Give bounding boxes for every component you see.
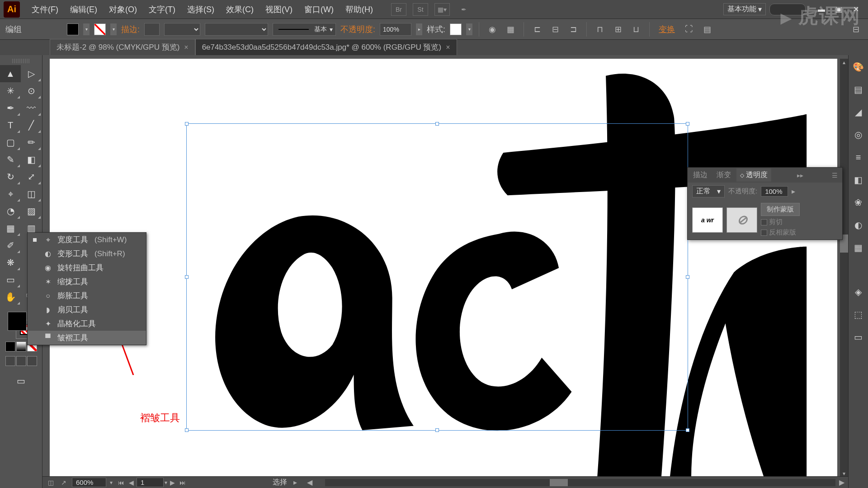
variable-width[interactable]: [205, 23, 268, 36]
scale-tool[interactable]: ⤢: [21, 168, 42, 185]
tab-transparency[interactable]: ◇ 透明度: [736, 169, 771, 182]
tp-mask-thumb[interactable]: ⊘: [726, 207, 757, 233]
vertical-scrollbar[interactable]: ▴ ▾: [840, 59, 848, 477]
panel-appearance-icon[interactable]: ◐: [851, 218, 866, 232]
stroke-profile[interactable]: [164, 23, 200, 36]
blend-mode-dropdown[interactable]: 正常▾: [692, 185, 725, 197]
style-dropdown[interactable]: ▾: [466, 23, 472, 35]
next-artboard-icon[interactable]: ▶: [168, 479, 177, 486]
pencil-tool[interactable]: ✎: [0, 151, 21, 168]
symbol-sprayer-tool[interactable]: ❋: [0, 254, 21, 271]
zoom-input[interactable]: [72, 478, 106, 487]
rotate-tool[interactable]: ↻: [0, 168, 21, 185]
doc-tab-1[interactable]: 未标题-2 @ 98% (CMYK/GPU 预览) ×: [50, 39, 195, 55]
draw-behind-icon[interactable]: [16, 356, 26, 366]
menu-view[interactable]: 视图(V): [260, 2, 298, 17]
canvas[interactable]: 褶皱工具: [50, 59, 837, 477]
type-tool[interactable]: T: [0, 117, 21, 134]
eyedropper-tool[interactable]: ✐: [0, 237, 21, 254]
transform-label[interactable]: 变换: [656, 24, 678, 35]
arrange-icon[interactable]: ▦▾: [434, 3, 450, 16]
rectangle-tool[interactable]: ▢: [0, 134, 21, 151]
workspace-switcher[interactable]: 基本功能 ▾: [723, 3, 766, 15]
tp-opacity-input[interactable]: [761, 186, 788, 197]
draw-inside-icon[interactable]: [27, 356, 37, 366]
perspective-tool[interactable]: ▨: [21, 202, 42, 220]
draw-normal-icon[interactable]: [5, 356, 15, 366]
align-panel-icon[interactable]: ▦: [504, 23, 517, 36]
color-mode-icon[interactable]: [5, 342, 15, 352]
menu-type[interactable]: 文字(T): [143, 2, 181, 17]
bridge-icon[interactable]: Br: [391, 3, 406, 16]
artboard-input[interactable]: [137, 478, 164, 487]
menu-file[interactable]: 文件(F): [26, 2, 64, 17]
tp-artwork-thumb[interactable]: a wr: [692, 207, 723, 233]
style-swatch[interactable]: [450, 23, 462, 35]
panel-color-icon[interactable]: 🎨: [851, 60, 866, 74]
paintbrush-tool[interactable]: ✏: [21, 134, 42, 151]
stroke-label[interactable]: 描边:: [121, 24, 140, 35]
status-gpu-icon[interactable]: ◫: [46, 479, 56, 486]
panel-artboards-icon[interactable]: ▭: [851, 330, 866, 344]
search-box[interactable]: [769, 4, 806, 15]
flyout-twirl-tool[interactable]: ◉旋转扭曲工具: [28, 261, 146, 275]
first-artboard-icon[interactable]: ⏮: [116, 479, 126, 486]
recolor-icon[interactable]: ◉: [486, 23, 499, 36]
tab-close-icon[interactable]: ×: [446, 43, 450, 52]
selection-tool[interactable]: ▲: [0, 65, 21, 82]
curvature-tool[interactable]: 〰: [21, 99, 42, 117]
align-bottom-icon[interactable]: ⊔: [629, 23, 643, 36]
tab-gradient[interactable]: 渐变: [713, 169, 735, 182]
panel-menu-icon[interactable]: ☰: [829, 172, 840, 179]
menu-object[interactable]: 对象(O): [104, 2, 142, 17]
menu-select[interactable]: 选择(S): [182, 2, 220, 17]
flyout-pucker-tool[interactable]: ✶缩拢工具: [28, 275, 146, 289]
mesh-tool[interactable]: ▦: [0, 220, 21, 237]
align-middle-icon[interactable]: ⊞: [611, 23, 625, 36]
hscroll-thumb[interactable]: [550, 479, 568, 486]
opacity-input[interactable]: [380, 23, 411, 36]
window-restore[interactable]: ▣: [830, 3, 847, 16]
panel-layers-icon[interactable]: ◈: [851, 285, 866, 299]
last-artboard-icon[interactable]: ⏭: [178, 479, 188, 486]
panel-graphic-styles-icon[interactable]: ▦: [851, 240, 866, 255]
brush-definition[interactable]: 基本▾: [273, 23, 336, 36]
opacity-flyout[interactable]: ▸: [416, 23, 422, 35]
panel-stroke-icon[interactable]: ≡: [851, 150, 866, 164]
window-minimize[interactable]: ▬: [813, 3, 830, 16]
window-close[interactable]: ✕: [847, 3, 864, 16]
panel-asset-export-icon[interactable]: ⬚: [851, 307, 866, 322]
tab-close-icon[interactable]: ×: [184, 43, 188, 52]
panel-swatches-icon[interactable]: ▤: [851, 82, 866, 97]
artboard-tool[interactable]: ▭: [0, 271, 21, 288]
status-share-icon[interactable]: ↗: [59, 479, 68, 486]
lasso-tool[interactable]: ⊙: [21, 82, 42, 99]
shape-builder-tool[interactable]: ◔: [0, 202, 21, 220]
tab-stroke[interactable]: 描边: [689, 169, 711, 182]
flyout-crystallize-tool[interactable]: ✦晶格化工具: [28, 317, 146, 331]
width-tool[interactable]: ⌖: [0, 185, 21, 202]
align-center-icon[interactable]: ⊟: [548, 23, 562, 36]
panel-symbols-icon[interactable]: ◎: [851, 127, 866, 142]
pen-tool[interactable]: ✒: [0, 99, 21, 117]
clip-checkbox[interactable]: 剪切: [761, 218, 800, 226]
invert-mask-checkbox[interactable]: 反相蒙版: [761, 228, 800, 237]
hand-tool[interactable]: ✋: [0, 288, 21, 305]
fill-dropdown[interactable]: ▾: [83, 23, 90, 35]
panel-toggle-icon[interactable]: ⊟: [849, 23, 863, 36]
crop-image-icon[interactable]: ▤: [700, 23, 714, 36]
stroke-weight-input[interactable]: [144, 23, 160, 36]
menu-help[interactable]: 帮助(H): [340, 2, 378, 17]
panel-transparency-icon[interactable]: ❀: [851, 195, 866, 210]
direct-selection-tool[interactable]: ▷: [21, 65, 42, 82]
scroll-up-icon[interactable]: ▴: [840, 59, 848, 66]
stroke-dropdown[interactable]: ▾: [110, 23, 117, 35]
free-transform-tool[interactable]: ◫: [21, 185, 42, 202]
horizontal-scrollbar[interactable]: [325, 479, 835, 486]
align-left-icon[interactable]: ⊏: [530, 23, 544, 36]
doc-tab-2[interactable]: 6e74b33e53d0aa5d5256b47d49dc53a.jpg* @ 6…: [195, 39, 457, 55]
menu-edit[interactable]: 编辑(E): [65, 2, 103, 17]
stock-icon[interactable]: St: [413, 3, 428, 16]
fill-swatch[interactable]: [67, 23, 79, 35]
line-tool[interactable]: ╱: [21, 117, 42, 134]
